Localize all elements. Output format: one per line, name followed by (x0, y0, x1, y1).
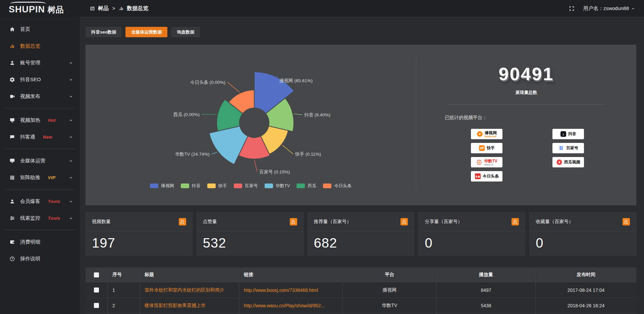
row-checkbox-cell (86, 298, 108, 313)
legend-item-百家号[interactable]: 百家号 (234, 183, 258, 189)
sidebar-item-media-operation[interactable]: 全媒体运营 (0, 152, 80, 169)
stat-card-value: 682 (314, 235, 414, 251)
legend-item-今日头条[interactable]: 今日头条 (323, 183, 352, 189)
legend-label: 抖音 (192, 183, 201, 189)
chevron-down-icon (68, 135, 74, 139)
stat-card-header: 推荐量（百家号）总 (308, 212, 414, 231)
row-checkbox[interactable] (94, 303, 99, 308)
platform-name: 今日头条 (483, 173, 499, 179)
sidebar-item-label: 操作说明 (20, 256, 40, 262)
cell-title[interactable]: 室外水纹灯和室内水纹灯的区别和简介 (140, 282, 239, 298)
sidebar-item-label: 会员爆客 (20, 198, 40, 205)
cell-link[interactable]: http://www.wasu.cn/Play/show/id/952... (239, 298, 343, 313)
sidebar-item-consume-detail[interactable]: 消费明细 (0, 233, 80, 250)
cell-seq: 1 (108, 282, 140, 298)
platform-badge-kuaishou: 快手 (471, 143, 502, 153)
legend-chip (181, 184, 189, 188)
tab-media-operation-data[interactable]: 全媒体运营数据 (125, 27, 167, 37)
sidebar-item-matrix-boost[interactable]: 矩阵助推VIP (0, 169, 80, 186)
sidebar-divider (5, 189, 75, 190)
platform-name: 快手 (487, 145, 495, 151)
pie-slice-华数TV[interactable] (209, 126, 248, 165)
legend-item-播视网[interactable]: 播视网 (150, 183, 174, 189)
sidebar-menu: 首页数据总览账号管理抖音SEO视频发布视频加热Hot抖客通New全媒体运营矩阵助… (0, 17, 80, 314)
sidebar-item-operation-help[interactable]: ?操作说明 (0, 250, 80, 267)
stat-card-header: 分享量（百家号）总 (419, 212, 525, 231)
baijiahao-logo-icon: 百 (558, 145, 565, 151)
sidebar-item-video-publish[interactable]: 视频发布 (0, 88, 80, 105)
tab-inquiry-data[interactable]: 询盘数据 (171, 27, 200, 37)
sidebar-item-douyin-seo[interactable]: 抖音SEO (0, 71, 80, 88)
sidebar-item-label: 矩阵助推 (20, 174, 40, 181)
table-header-cell: 平台 (343, 267, 437, 282)
sidebar-item-data-overview[interactable]: 数据总览 (0, 38, 80, 54)
total-badge: 总 (623, 218, 630, 225)
legend-item-华数TV[interactable]: 华数TV (265, 183, 290, 189)
sidebar-item-douketong[interactable]: 抖客通New (0, 128, 80, 145)
sidebar-item-tag: VIP (48, 175, 55, 180)
pie-label-line (227, 82, 239, 92)
pie-label-华数TV: 华数TV (24.74%) (175, 152, 210, 157)
platform-name: 播视网 (485, 131, 497, 135)
platform-badge-wasu: 华数TVwasu.cn (471, 157, 502, 167)
platform-badge-toutiao: 头条今日头条 (471, 171, 502, 181)
legend-chip (265, 184, 273, 188)
platform-badge-douyin: ♪抖音 (552, 129, 584, 139)
table-header-cell: 播放量 (437, 267, 536, 282)
table-row: 1室外水纹灯和室内水纹灯的区别和简介http://www.boosj.com/7… (86, 282, 636, 298)
cell-views: 8497 (437, 282, 536, 298)
total-impressions-label: 展现量总数 (416, 90, 636, 96)
sidebar-item-home[interactable]: 首页 (0, 21, 80, 38)
row-checkbox[interactable] (94, 287, 99, 293)
screen-icon (9, 117, 15, 123)
chevron-down-icon (68, 159, 74, 163)
legend-item-抖音[interactable]: 抖音 (181, 183, 201, 189)
table-row: 2楼体投影灯投影效果震撼上市http://www.wasu.cn/Play/sh… (86, 298, 636, 313)
breadcrumb-root[interactable]: 树品 (98, 5, 109, 12)
stat-card-video-count: 视频数量总197 (86, 212, 193, 256)
pie-label-line (254, 160, 257, 172)
stat-cards: 视频数量总197点赞量总532推荐量（百家号）总682分享量（百家号）总0收藏量… (86, 212, 636, 256)
pie-label-抖音: 抖音 (9.40%) (304, 112, 330, 117)
sidebar-item-tag: Hot (48, 118, 56, 123)
pie-label-今日头条: 今日头条 (0.00%) (190, 80, 225, 85)
chevron-down-icon (68, 175, 74, 180)
stat-card-title: 视频数量 (92, 219, 111, 225)
user-menu[interactable]: 用户名：zswodun88 (583, 5, 635, 12)
cell-platform: 播视网 (343, 282, 437, 298)
stat-card-value: 532 (203, 235, 303, 251)
stat-card-favorite-count: 收藏量（百家号）总0 (529, 212, 636, 256)
sidebar-item-tag: New (43, 135, 52, 140)
sidebar-item-label: 线索监控 (20, 215, 40, 221)
cell-link[interactable]: http://www.boosj.com/7338468.html (239, 282, 343, 298)
cell-views: 5438 (437, 298, 536, 313)
total-impressions-value: 90491 (416, 63, 636, 84)
toutiao-logo-icon: 头条 (475, 173, 481, 179)
legend-label: 华数TV (276, 183, 290, 189)
tab-douyin-seo-data[interactable]: 抖音seo数据 (86, 27, 122, 37)
chevron-down-icon (68, 216, 74, 220)
cell-title[interactable]: 楼体投影灯投影效果震撼上市 (140, 298, 239, 313)
stat-card-header: 视频数量总 (86, 212, 192, 231)
table-header-row: 序号标题链接平台播放量发布时间 (86, 267, 636, 282)
pie-label-line (294, 114, 302, 115)
cell-seq: 2 (108, 298, 140, 313)
stat-card-title: 分享量（百家号） (425, 219, 462, 225)
sidebar-item-account-manage[interactable]: 账号管理 (0, 54, 80, 71)
legend-item-快手[interactable]: 快手 (207, 183, 227, 189)
fullscreen-icon[interactable] (569, 6, 575, 11)
sidebar-item-clue-monitor[interactable]: 线索监控Tools (0, 210, 80, 226)
stat-card-title: 推荐量（百家号） (314, 219, 352, 225)
sidebar-item-video-heat[interactable]: 视频加热Hot (0, 112, 80, 128)
sidebar-item-member-baoke[interactable]: 会员爆客Tools (0, 193, 80, 210)
legend-item-西瓜[interactable]: 西瓜 (297, 183, 316, 189)
platforms-label: 已统计的视频平台： (445, 115, 636, 121)
select-all-checkbox[interactable] (94, 272, 99, 277)
panel-icon (90, 6, 95, 11)
chevron-down-icon (631, 6, 635, 11)
row-checkbox-cell (86, 282, 108, 298)
sidebar-item-tag: Tools (48, 216, 60, 221)
stat-card-value: 0 (425, 235, 525, 251)
user-icon (9, 60, 15, 66)
platform-name: 抖音 (568, 131, 576, 137)
